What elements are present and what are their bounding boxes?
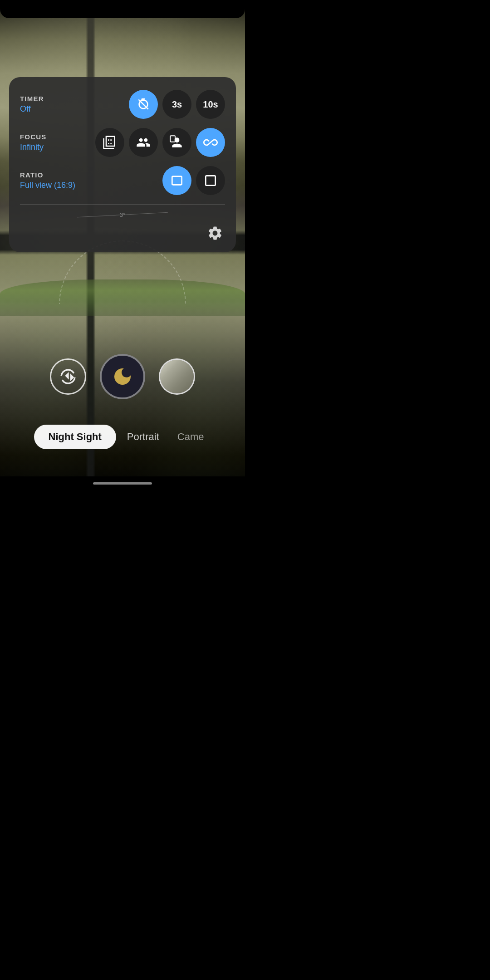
mode-camera[interactable]: Came	[170, 425, 211, 449]
settings-panel: TIMER Off 3s 10s FOCUS Infinity	[9, 77, 236, 252]
ratio-label-group: RATIO Full view (16:9)	[20, 171, 83, 190]
mode-night-sight-label: Night Sight	[49, 431, 102, 442]
svg-rect-1	[170, 136, 175, 142]
timer-3s-label: 3s	[172, 99, 182, 110]
timer-value: Off	[20, 104, 83, 114]
mode-camera-label: Came	[177, 431, 204, 442]
focus-label-group: FOCUS Infinity	[20, 133, 83, 152]
ratio-square-button[interactable]	[196, 166, 225, 195]
timer-buttons: 3s 10s	[129, 90, 225, 119]
focus-value: Infinity	[20, 142, 83, 152]
home-indicator	[93, 482, 152, 485]
timer-label-group: TIMER Off	[20, 95, 83, 114]
focus-portrait-button[interactable]	[162, 128, 191, 157]
ratio-label: RATIO	[20, 171, 83, 179]
grass-overlay	[0, 279, 245, 316]
ratio-full-button[interactable]	[162, 166, 191, 195]
svg-rect-3	[206, 176, 215, 185]
focus-row: FOCUS Infinity	[20, 128, 225, 157]
gear-row	[20, 223, 225, 243]
focus-infinity-button[interactable]	[196, 128, 225, 157]
bottom-controls	[0, 354, 245, 399]
timer-label: TIMER	[20, 95, 83, 103]
mode-night-sight[interactable]: Night Sight	[34, 425, 116, 449]
last-photo-thumbnail[interactable]	[159, 358, 195, 395]
focus-label: FOCUS	[20, 133, 83, 141]
status-bar-bg	[0, 0, 245, 18]
focus-face-button[interactable]	[129, 128, 158, 157]
timer-row: TIMER Off 3s 10s	[20, 90, 225, 119]
ratio-buttons	[162, 166, 225, 195]
shutter-moon-icon	[102, 356, 143, 397]
settings-gear-button[interactable]	[205, 223, 225, 243]
timer-off-button[interactable]	[129, 90, 158, 119]
shutter-button[interactable]	[100, 354, 145, 399]
timer-10s-label: 10s	[203, 99, 218, 110]
mode-selector: Night Sight Portrait Came	[0, 425, 245, 449]
ratio-row: RATIO Full view (16:9)	[20, 166, 225, 195]
flip-camera-button[interactable]	[50, 358, 86, 395]
focus-buttons	[95, 128, 225, 157]
ratio-value: Full view (16:9)	[20, 181, 83, 190]
timer-3s-button[interactable]: 3s	[162, 90, 191, 119]
svg-rect-2	[172, 176, 181, 185]
mode-portrait-label: Portrait	[127, 431, 159, 442]
thumbnail-image	[160, 360, 194, 393]
focus-auto-button[interactable]	[95, 128, 124, 157]
mode-portrait[interactable]: Portrait	[116, 425, 170, 449]
settings-divider	[20, 204, 225, 205]
timer-10s-button[interactable]: 10s	[196, 90, 225, 119]
